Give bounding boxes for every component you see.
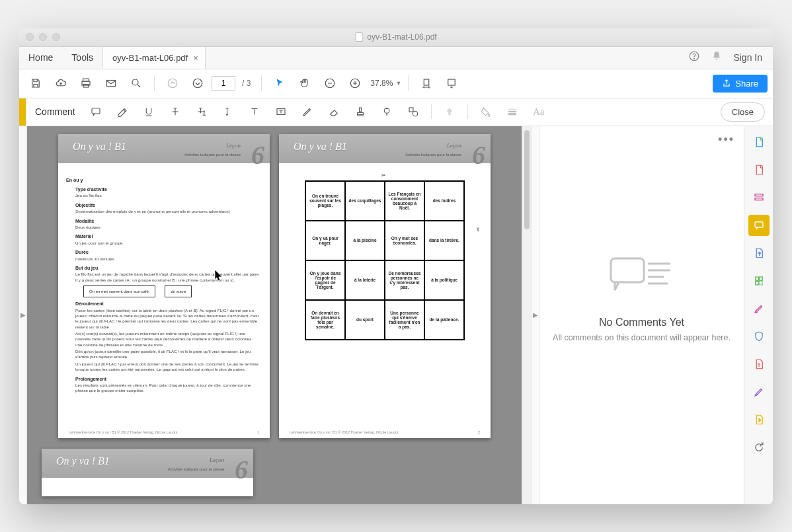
close-comment-button[interactable]: Close [721,102,765,122]
more-options-icon[interactable]: ••• [718,133,734,147]
svg-rect-24 [755,277,758,280]
main-area: ▶ On y va ! B1 Leçon Activités ludiques … [19,126,773,504]
line-width-icon[interactable] [501,100,524,123]
replace-text-icon[interactable] [190,100,213,123]
sign-in-button[interactable]: Sign In [733,52,762,63]
redact-icon[interactable] [748,298,770,319]
traffic-lights[interactable] [26,33,60,41]
svg-point-8 [193,79,202,88]
cursor-icon[interactable] [268,72,291,95]
cut-mark-icon: ✂ [381,172,386,178]
comment-tool-icon[interactable] [748,215,770,236]
doc-lecon: Leçon [226,142,241,149]
tab-home[interactable]: Home [19,47,62,69]
stamp-icon[interactable] [349,100,372,123]
no-comments-icon [606,249,678,305]
combine-pdf-icon[interactable] [748,159,770,180]
attach-icon[interactable] [376,100,398,123]
svg-rect-16 [409,108,413,112]
shapes-icon[interactable] [402,100,424,123]
eraser-icon[interactable] [323,100,345,123]
titlebar: oyv-B1-mat-L06.pdf [19,28,773,47]
svg-rect-26 [755,281,758,284]
svg-rect-23 [755,221,763,227]
comment-label: Comment [26,106,85,117]
strikethrough-icon[interactable] [164,100,186,123]
zoom-level-text: 37.8% [370,79,393,88]
export-pdf-icon[interactable] [748,243,770,264]
font-icon[interactable]: Aa [528,100,550,123]
minimize-window-icon[interactable] [39,33,47,41]
send-pdf-icon[interactable] [748,409,770,430]
no-comments-sub: All comments on this document will appea… [553,332,731,344]
fit-width-icon[interactable] [415,72,438,95]
pencil-icon[interactable] [296,100,319,123]
right-panel-toggle[interactable]: ▶ [531,126,539,504]
share-button[interactable]: Share [713,75,768,93]
right-tool-rail [744,126,773,504]
card-cell: On en trouve souvent sur les plages. [305,181,345,221]
save-icon[interactable] [24,72,47,95]
edit-pdf-icon[interactable] [748,187,770,208]
scrollbar[interactable] [522,126,531,504]
find-icon[interactable] [125,72,147,95]
svg-point-7 [168,79,177,88]
pin-icon[interactable] [438,100,461,123]
underline-icon[interactable] [138,100,160,123]
page-number-input[interactable] [212,76,235,91]
svg-point-17 [413,111,418,116]
protect-icon[interactable] [748,326,770,347]
app-window: oyv-B1-mat-L06.pdf Home Tools oyv-B1-mat… [19,28,773,504]
textbox-icon[interactable] [270,100,292,123]
zoom-out-icon[interactable] [319,72,341,95]
email-icon[interactable] [100,72,122,95]
more-tools-icon[interactable] [748,437,770,458]
card-cell: Les Français en consomment beaucoup à No… [385,181,424,221]
card-grid: On en trouve souvent sur les plages.des … [305,180,465,340]
page-down-icon[interactable] [186,72,209,95]
tab-document[interactable]: oyv-B1-mat-L06.pdf × [102,47,206,69]
compress-pdf-icon[interactable] [748,354,770,375]
organize-pdf-icon[interactable] [748,270,770,291]
close-window-icon[interactable] [26,33,34,41]
card-cell: des huîtres [424,181,464,221]
tab-tools[interactable]: Tools [62,47,102,69]
page-up-icon[interactable] [161,72,184,95]
card-cell: à la politique [424,260,464,300]
card-cell: du sport [345,300,385,340]
fit-page-icon[interactable] [440,72,463,95]
accent-strip [19,98,26,126]
zoom-in-icon[interactable] [344,72,366,95]
pdf-page-3[interactable]: On y va ! B1 Leçon Activités ludiques po… [42,449,253,496]
create-pdf-icon[interactable] [748,132,770,153]
help-icon[interactable] [688,50,700,65]
zoom-level[interactable]: 37.8% ▼ [370,79,401,88]
text-icon[interactable] [243,100,266,123]
print-icon[interactable] [75,72,97,95]
svg-rect-5 [106,81,116,87]
document-viewport[interactable]: On y va ! B1 Leçon Activités ludiques po… [27,126,522,504]
card-cell: De nombreuses personnes ne s'y intéresse… [385,260,424,300]
no-comments-title: No Comments Yet [599,317,684,328]
sticky-note-icon[interactable] [85,100,107,123]
sign-icon[interactable] [748,381,770,402]
window-title-text: oyv-B1-mat-L06.pdf [367,32,436,42]
svg-rect-25 [759,277,762,280]
highlight-icon[interactable] [111,100,134,123]
cut-mark-icon: ✂ [475,227,481,232]
pdf-page-1[interactable]: On y va ! B1 Leçon Activités ludiques po… [58,134,270,438]
pdf-page-2[interactable]: On y va ! B1 Leçon Activités ludiques po… [279,134,491,438]
hand-icon[interactable] [294,72,316,95]
close-tab-icon[interactable]: × [193,53,198,63]
left-panel-toggle[interactable]: ▶ [19,126,27,504]
fill-icon[interactable] [475,100,497,123]
zoom-window-icon[interactable] [52,33,60,41]
svg-rect-27 [759,281,762,284]
scroll-thumb[interactable] [524,130,530,229]
insert-text-icon[interactable] [217,100,239,123]
card-cell: dans la tirelire. [424,221,464,260]
cloud-upload-icon[interactable] [50,72,72,95]
example-box-2: du sucre [165,285,192,297]
bell-icon[interactable] [711,50,723,65]
example-box-1: On en met souvent dans son café. [83,285,155,297]
